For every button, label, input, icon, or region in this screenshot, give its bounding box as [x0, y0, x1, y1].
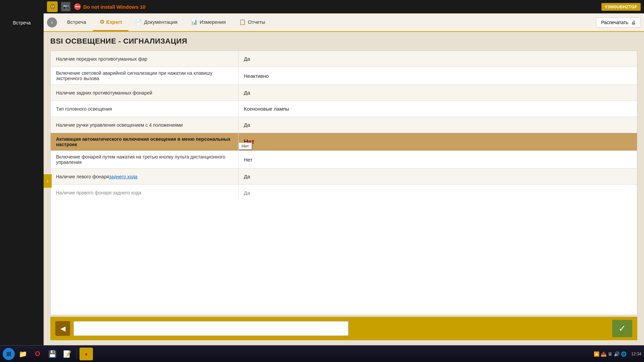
table-row[interactable]: Тип головного освещения Ксеноновые лампы — [51, 101, 637, 117]
systray-icon-5[interactable]: 🌐 — [621, 351, 627, 357]
meeting-label[interactable]: Встреча — [10, 17, 34, 29]
row-label: Наличие задних противотуманных фонарей — [51, 85, 238, 101]
left-panel: Встреча — [0, 0, 44, 345]
word-icon: 📝 — [63, 350, 71, 358]
link-rear[interactable]: заднего хода — [109, 174, 138, 179]
title-bar: 🦁 📷 ⛔ Do not install Windows 10 Y3W0UBHZ… — [44, 0, 644, 13]
bottom-toolbar: ◀ ✓ — [50, 317, 637, 340]
sidebar-expand-arrow[interactable]: › — [44, 174, 52, 188]
row-label: Наличие ручки управления освещением с 4 … — [51, 117, 238, 133]
taskbar-right: 🔼 📤 🖥 🔊 🌐 12:34 — [594, 351, 641, 357]
expert-icon: ⚙ — [100, 19, 104, 25]
row-label: Активация автоматического включения осве… — [51, 133, 238, 150]
dropdown-hint: Нет — [238, 142, 252, 149]
table-row[interactable]: Включение световой аварийной сигнализаци… — [51, 67, 637, 85]
systray-icons: 🔼 📤 🖥 🔊 🌐 — [594, 351, 627, 357]
confirm-checkmark-icon: ✓ — [619, 323, 626, 334]
nav-bar: ‹ Встреча ⚙ Expert 📄 Документация 📊 Изме… — [44, 13, 644, 32]
taskbar-word[interactable]: 📝 — [60, 348, 74, 360]
bottom-input[interactable] — [73, 321, 348, 336]
clock: 12:34 — [629, 352, 641, 356]
taskbar: ⊞ 📁 O 💾 📝 ● 🔼 📤 🖥 🔊 🌐 12:34 — [0, 345, 644, 362]
print-label: Распечатать — [601, 20, 628, 25]
opera-icon: O — [35, 350, 40, 358]
nav-documentation[interactable]: 📄 Документация — [128, 13, 184, 31]
table-row[interactable]: Наличие передних противотуманных фар Да — [51, 51, 637, 67]
warning-text: Do not install Windows 10 — [83, 4, 146, 10]
confirm-button[interactable]: ✓ — [612, 320, 632, 337]
table-row[interactable]: Включение фонарей путем нажатия на треть… — [51, 151, 637, 169]
content-area: BSI ОСВЕЩЕНИЕ - СИГНАЛИЗАЦИЯ Наличие пер… — [44, 32, 644, 345]
warning-icon: ⛔ — [74, 3, 81, 10]
nav-back-button[interactable]: ‹ — [47, 17, 57, 27]
row-label: Наличие левого фонаря заднего хода — [51, 169, 238, 184]
row-label: Включение фонарей путем нажатия на треть… — [51, 151, 238, 168]
row-value: Ксеноновые лампы — [238, 101, 637, 117]
taskbar-explorer[interactable]: 📁 — [16, 348, 30, 360]
back-arrow-button[interactable]: ◀ — [55, 321, 70, 336]
row-value: Нет — [238, 151, 637, 168]
nav-reports-label: Отчеты — [248, 19, 265, 25]
row-label: Наличие правого фонаря заднего хода — [51, 185, 238, 201]
taskbar-opera[interactable]: O — [31, 348, 44, 360]
folder-icon: 📁 — [19, 350, 27, 358]
back-chevron-icon: ‹ — [51, 19, 53, 25]
systray-icon-3[interactable]: 🖥 — [608, 351, 612, 357]
row-value: Да — [238, 169, 637, 184]
nav-documentation-label: Документация — [144, 19, 177, 25]
nav-measurements-label: Измерения — [200, 19, 226, 25]
table-row-highlighted[interactable]: Активация автоматического включения осве… — [51, 133, 637, 151]
reports-icon: 📋 — [239, 19, 246, 25]
measurements-icon: 📊 — [191, 19, 198, 25]
user-badge: Y3W0UBHZTGF — [601, 3, 641, 11]
row-label: Тип головного освещения — [51, 101, 238, 117]
table-row-partial: Наличие правого фонаря заднего хода Да — [51, 185, 637, 201]
nav-measurements[interactable]: 📊 Измерения — [184, 13, 232, 31]
taskbar-separator — [76, 349, 77, 359]
peugeot-logo: 🦁 — [47, 1, 58, 12]
table-row[interactable]: Наличие ручки управления освещением с 4 … — [51, 117, 637, 133]
systray-icon-2[interactable]: 📤 — [601, 351, 606, 357]
nav-expert-label: Expert — [106, 19, 122, 25]
start-button[interactable]: ⊞ — [3, 348, 15, 360]
row-label: Наличие передних противотуманных фар — [51, 51, 238, 67]
windows-logo-icon: ⊞ — [6, 350, 11, 358]
row-value: Да — [238, 85, 637, 101]
taskbar-active-app[interactable]: ● — [79, 348, 93, 360]
nav-expert[interactable]: ⚙ Expert — [93, 13, 129, 31]
app-window: 🦁 📷 ⛔ Do not install Windows 10 Y3W0UBHZ… — [44, 0, 644, 345]
title-bar-right: Y3W0UBHZTGF — [601, 3, 641, 11]
row-value-highlighted: Нет Нет — [238, 133, 637, 150]
systray-icon-1[interactable]: 🔼 — [594, 351, 599, 357]
data-table: Наличие передних противотуманных фар Да … — [50, 51, 637, 315]
row-value: Да — [238, 117, 637, 133]
printer-icon: 🖨 — [631, 20, 636, 25]
row-value: Неактивно — [238, 67, 637, 84]
taskbar-storage[interactable]: 💾 — [46, 348, 59, 360]
row-value: Да — [238, 185, 637, 201]
print-button[interactable]: Распечатать 🖨 — [596, 17, 641, 27]
section-title: BSI ОСВЕЩЕНИЕ - СИГНАЛИЗАЦИЯ — [50, 37, 637, 46]
table-row[interactable]: Наличие левого фонаря заднего хода Да — [51, 169, 637, 185]
camera-icon: 📷 — [61, 2, 70, 11]
nav-meeting[interactable]: Встреча — [60, 13, 93, 31]
row-value: Да — [238, 51, 637, 67]
documentation-icon: 📄 — [135, 19, 142, 25]
active-app-icon: ● — [85, 351, 88, 357]
table-row[interactable]: Наличие задних противотуманных фонарей Д… — [51, 85, 637, 101]
storage-icon: 💾 — [48, 350, 57, 358]
systray-icon-4[interactable]: 🔊 — [614, 351, 620, 357]
warning-message: ⛔ Do not install Windows 10 — [74, 3, 146, 10]
nav-meeting-label: Встреча — [67, 19, 86, 25]
nav-reports[interactable]: 📋 Отчеты — [232, 13, 272, 31]
back-arrow-icon: ◀ — [60, 324, 65, 333]
row-label: Включение световой аварийной сигнализаци… — [51, 67, 238, 84]
